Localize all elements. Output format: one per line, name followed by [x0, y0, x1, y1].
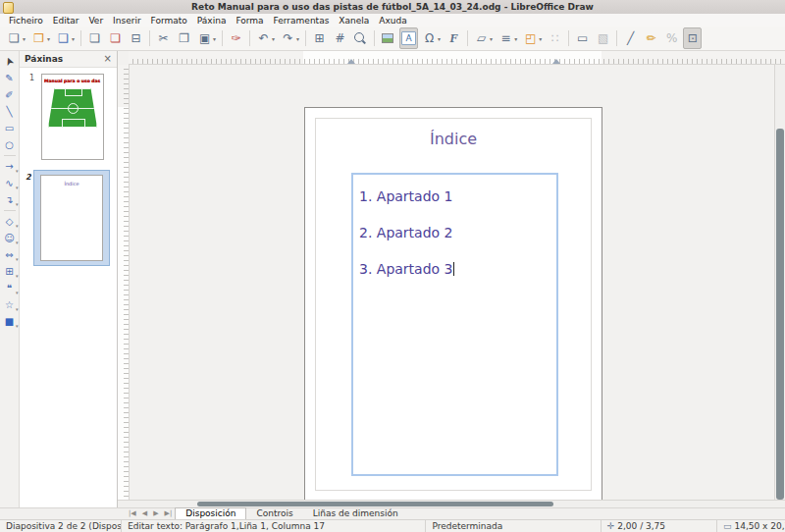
freeform-line-tool[interactable]: ✎ [1, 70, 19, 86]
polygon-filled-tool[interactable]: ✐ [1, 86, 19, 103]
menu-ferramentas[interactable]: Ferramentas [269, 16, 335, 26]
insert-image-button[interactable] [379, 27, 397, 49]
horizontal-scrollbar[interactable] [118, 500, 775, 507]
menu-paxina[interactable]: Páxina [192, 16, 232, 26]
nav-first-page-button[interactable]: |◀ [126, 508, 139, 519]
redo-dropdown-icon[interactable]: ▾ [296, 35, 299, 42]
stars-and-banners-tool[interactable]: ☆▾ [1, 296, 19, 313]
index-item-3[interactable]: 3. Apartado 3 [359, 251, 550, 288]
insert-text-box-button[interactable]: A [399, 27, 418, 49]
callout-shapes-tool[interactable]: ❝▾ [1, 280, 19, 296]
curves-and-polygons-dropdown-icon[interactable]: ▾ [16, 185, 19, 190]
basic-shapes-tool[interactable]: ◇▾ [1, 213, 19, 230]
index-item-1[interactable]: 1. Apartado 1 [359, 179, 550, 215]
3d-objects-dropdown-icon[interactable]: ▾ [16, 323, 19, 329]
cut-button[interactable]: ✂ [154, 27, 173, 49]
page-title-text[interactable]: Índice [305, 130, 602, 148]
distribute-button[interactable]: ∷ [546, 27, 564, 49]
horizontal-ruler[interactable] [129, 51, 785, 65]
shadow-button[interactable]: ▭ [573, 27, 592, 49]
align-objects-button[interactable]: ≡▾ [497, 27, 519, 49]
lines-and-arrows-tool[interactable]: →▾ [1, 158, 19, 175]
layer-tab-disposicion[interactable]: Disposición [175, 507, 246, 519]
status-page-style[interactable]: Predeterminada [425, 520, 601, 532]
menu-xanela[interactable]: Xanela [334, 16, 374, 26]
menu-inserir[interactable]: Inserir [108, 16, 146, 26]
undo-button[interactable]: ↶▾ [254, 27, 277, 49]
index-text-box[interactable]: 1. Apartado 1 2. Apartado 2 3. Apartado … [351, 173, 558, 476]
page-1-thumbnail[interactable]: 1 Manual para o uso das pistas de fútbol [41, 74, 117, 160]
draw-page[interactable]: Índice 1. Apartado 1 2. Apartado 2 3. Ap… [304, 107, 602, 500]
curves-and-polygons-tool[interactable]: ∿▾ [1, 175, 19, 191]
horizontal-scrollbar-thumb[interactable] [197, 502, 553, 506]
transformations-button[interactable]: ▱▾ [472, 27, 495, 49]
save-button[interactable]: ❑▾ [54, 27, 77, 49]
flowchart-tool[interactable]: ⊞▾ [1, 263, 19, 280]
canvas[interactable]: Índice 1. Apartado 1 2. Apartado 2 3. Ap… [130, 65, 774, 500]
stars-and-banners-dropdown-icon[interactable]: ▾ [16, 306, 19, 312]
vertical-scrollbar[interactable] [774, 65, 785, 500]
edit-points-button[interactable]: ╱ [621, 27, 640, 49]
new-document-dropdown-icon[interactable]: ▾ [23, 35, 26, 42]
snap-guides-button[interactable]: # [331, 27, 349, 49]
transformations-dropdown-icon[interactable]: ▾ [490, 35, 493, 42]
index-item-2[interactable]: 2. Apartado 2 [359, 215, 550, 251]
menu-ficheiro[interactable]: Ficheiro [4, 16, 48, 26]
crop-image-button[interactable]: ▧ [594, 27, 612, 49]
open-folder-dropdown-icon[interactable]: ▾ [47, 35, 50, 42]
save-dropdown-icon[interactable]: ▾ [72, 35, 75, 42]
menu-axuda[interactable]: Axuda [374, 16, 411, 26]
special-character-dropdown-icon[interactable]: ▾ [438, 35, 441, 42]
nav-next-page-button[interactable]: ▶ [150, 508, 161, 519]
indent-marker-left[interactable] [347, 59, 355, 64]
connectors-dropdown-icon[interactable]: ▾ [16, 201, 19, 207]
undo-dropdown-icon[interactable]: ▾ [272, 35, 275, 42]
rectangle-tool[interactable]: ▭ [1, 120, 19, 136]
glue-points-button[interactable]: ✏ [642, 27, 660, 49]
zoom-button[interactable] [351, 27, 370, 49]
menu-forma[interactable]: Forma [231, 16, 268, 26]
page-2-thumbnail[interactable]: 2 Índice [33, 170, 110, 266]
block-arrows-dropdown-icon[interactable]: ▾ [16, 256, 19, 262]
3d-objects-tool[interactable]: ■▾ [1, 313, 19, 330]
arrange-dropdown-icon[interactable]: ▾ [539, 35, 542, 42]
close-icon[interactable]: × [104, 54, 112, 64]
export-button[interactable]: ❏ [85, 27, 104, 49]
paste-button[interactable]: ▣▾ [195, 27, 218, 49]
print-button[interactable]: ⊟ [127, 27, 145, 49]
line-tool[interactable]: ╲ [1, 103, 19, 120]
indent-marker-right[interactable] [552, 59, 560, 64]
snap-percent-button[interactable]: % [662, 27, 681, 49]
helplines-while-moving-button[interactable]: ⊡ [683, 27, 702, 49]
menu-ver[interactable]: Ver [83, 16, 108, 26]
symbol-shapes-dropdown-icon[interactable]: ▾ [16, 239, 19, 245]
lines-and-arrows-dropdown-icon[interactable]: ▾ [16, 168, 19, 174]
layer-tab-controis[interactable]: Controis [246, 508, 302, 519]
arrange-button[interactable]: ◰▾ [521, 27, 544, 49]
callout-shapes-dropdown-icon[interactable]: ▾ [16, 290, 19, 295]
basic-shapes-dropdown-icon[interactable]: ▾ [16, 223, 19, 229]
nav-previous-page-button[interactable]: ◀ [139, 508, 150, 519]
align-objects-dropdown-icon[interactable]: ▾ [514, 35, 517, 42]
fontwork-button[interactable]: F [445, 27, 463, 49]
paste-dropdown-icon[interactable]: ▾ [213, 35, 216, 42]
vertical-scrollbar-thumb[interactable] [776, 129, 784, 500]
title-bar[interactable]: Reto Manual para o uso das pistas de fút… [0, 0, 785, 15]
ellipse-tool[interactable]: ○ [1, 136, 19, 153]
copy-button[interactable]: ❐ [175, 27, 193, 49]
symbol-shapes-tool[interactable]: ☺▾ [1, 230, 19, 246]
open-folder-button[interactable]: ❒▾ [29, 27, 52, 49]
layer-tab-linas-de-dimension[interactable]: Liñas de dimensión [303, 508, 408, 519]
nav-last-page-button[interactable]: ▶| [162, 508, 176, 519]
block-arrows-tool[interactable]: ⇔▾ [1, 246, 19, 263]
new-document-button[interactable]: ❏▾ [5, 27, 27, 49]
redo-button[interactable]: ↷▾ [279, 27, 301, 49]
menu-formato[interactable]: Formato [146, 16, 192, 26]
display-grid-button[interactable]: ⊞ [310, 27, 329, 49]
flowchart-dropdown-icon[interactable]: ▾ [16, 273, 19, 279]
connectors-tool[interactable]: ↴▾ [1, 191, 19, 208]
clone-formatting-button[interactable]: ✑ [227, 27, 245, 49]
special-character-button[interactable]: Ω▾ [420, 27, 443, 49]
export-pdf-button[interactable]: ❏ [106, 27, 125, 49]
vertical-ruler[interactable] [118, 65, 130, 500]
